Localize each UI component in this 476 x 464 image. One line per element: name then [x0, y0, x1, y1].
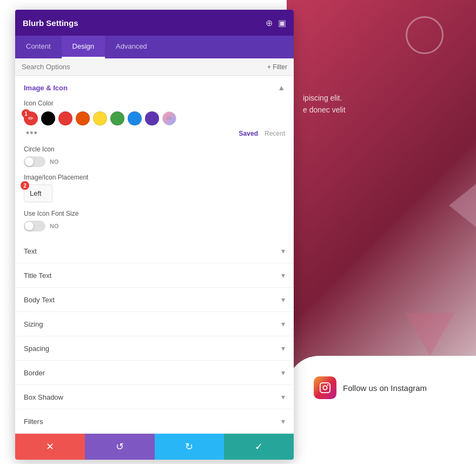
color-swatch-orange[interactable] — [76, 111, 90, 125]
image-icon-header[interactable]: Image & Icon ▲ — [24, 83, 285, 92]
more-dots-icon[interactable]: ••• — [26, 128, 38, 139]
save-icon: ✓ — [255, 441, 263, 453]
redo-icon: ↻ — [185, 441, 193, 453]
toggle-knob-2 — [25, 222, 34, 230]
color-swatch-red[interactable] — [58, 111, 72, 125]
icon-color-label: Icon Color — [24, 100, 285, 107]
color-swatch-blue[interactable] — [128, 111, 142, 125]
circle-icon-value: NO — [50, 158, 59, 165]
undo-icon: ↺ — [116, 441, 124, 453]
font-size-value: NO — [50, 223, 59, 229]
section-filters-label: Filters — [24, 417, 43, 426]
section-box-shadow[interactable]: Box Shadow ▾ — [15, 385, 294, 409]
circle-icon-toggle-container: NO — [24, 156, 285, 167]
bg-arrow-decoration — [449, 184, 476, 227]
color-gradient-swatch[interactable]: ✏ — [162, 111, 176, 125]
section-spacing-chevron: ▾ — [281, 344, 285, 353]
section-text[interactable]: Text ▾ — [15, 239, 294, 263]
cancel-button[interactable]: ✕ — [15, 434, 85, 460]
toggle-knob — [25, 157, 34, 166]
panel-title: Blurb Settings — [23, 18, 78, 28]
section-title-text[interactable]: Title Text ▾ — [15, 263, 294, 288]
bg-circle-decoration — [406, 16, 444, 54]
circle-icon-row: Circle Icon NO — [24, 145, 285, 167]
section-sizing[interactable]: Sizing ▾ — [15, 312, 294, 336]
instagram-label: Follow us on Instagram — [343, 383, 427, 393]
section-body-text-label: Body Text — [24, 296, 55, 304]
section-spacing-label: Spacing — [24, 344, 49, 353]
bg-triangle-decoration — [406, 313, 454, 356]
section-body-text[interactable]: Body Text ▾ — [15, 288, 294, 312]
font-size-toggle-container: NO — [24, 221, 285, 231]
instagram-icon — [314, 376, 336, 399]
bg-sample-text: ipiscing elit. e donec velit — [303, 92, 346, 116]
section-sizing-label: Sizing — [24, 320, 43, 328]
panel-header: Blurb Settings ⊕ ▣ — [15, 10, 294, 36]
placement-row: Image/Icon Placement 2 Left Right Top — [24, 174, 285, 202]
section-border-label: Border — [24, 369, 45, 377]
active-color-swatch[interactable]: 1 ✏ — [24, 111, 38, 125]
panel-body: Image & Icon ▲ Icon Color 1 ✏ — [15, 76, 294, 434]
image-icon-collapse-icon: ▲ — [277, 83, 285, 92]
redo-button[interactable]: ↻ — [155, 434, 224, 460]
font-size-toggle[interactable] — [24, 221, 45, 231]
section-title-text-label: Title Text — [24, 271, 51, 280]
search-bar: + Filter — [15, 58, 294, 76]
section-filters-chevron: ▾ — [281, 417, 285, 426]
section-spacing[interactable]: Spacing ▾ — [15, 336, 294, 361]
bg-white-section: Follow us on Instagram — [287, 356, 476, 464]
section-text-label: Text — [24, 247, 37, 255]
color-swatch-green[interactable] — [110, 111, 124, 125]
color-swatch-purple[interactable] — [145, 111, 159, 125]
filter-button[interactable]: + Filter — [267, 63, 287, 71]
tab-design[interactable]: Design — [62, 36, 105, 58]
background-area: ipiscing elit. e donec velit Follow us o… — [287, 0, 476, 464]
image-icon-title: Image & Icon — [24, 84, 68, 92]
color-swatch-row: 1 ✏ ✏ — [24, 111, 285, 125]
saved-recent-row: ••• Saved Recent — [24, 128, 285, 139]
save-button[interactable]: ✓ — [224, 434, 294, 460]
search-input[interactable] — [22, 63, 267, 71]
tab-advanced[interactable]: Advanced — [105, 36, 158, 58]
section-sizing-chevron: ▾ — [281, 320, 285, 328]
circle-icon-label: Circle Icon — [24, 145, 285, 153]
panel-header-icons: ⊕ ▣ — [266, 18, 286, 28]
saved-label[interactable]: Saved — [239, 130, 258, 137]
section-border[interactable]: Border ▾ — [15, 361, 294, 385]
layout-icon[interactable]: ▣ — [278, 18, 286, 28]
svg-point-1 — [323, 386, 327, 389]
font-size-label: Use Icon Font Size — [24, 210, 285, 217]
undo-button[interactable]: ↺ — [85, 434, 155, 460]
color-swatch-black[interactable] — [41, 111, 55, 125]
svg-point-2 — [327, 385, 329, 386]
section-body-text-chevron: ▾ — [281, 295, 285, 304]
badge-1: 1 — [22, 109, 30, 118]
placement-label: Image/Icon Placement — [24, 174, 285, 181]
section-filters[interactable]: Filters ▾ — [15, 409, 294, 434]
section-text-chevron: ▾ — [281, 247, 285, 255]
settings-icon[interactable]: ⊕ — [266, 18, 273, 28]
recent-label[interactable]: Recent — [265, 130, 285, 137]
image-icon-section: Image & Icon ▲ Icon Color 1 ✏ — [15, 76, 294, 239]
placement-select-wrapper: 2 Left Right Top — [24, 184, 52, 202]
section-box-shadow-chevron: ▾ — [281, 393, 285, 401]
cancel-icon: ✕ — [46, 441, 54, 453]
section-box-shadow-label: Box Shadow — [24, 393, 63, 401]
section-title-text-chevron: ▾ — [281, 271, 285, 280]
instagram-section: Follow us on Instagram — [314, 376, 427, 399]
svg-rect-0 — [320, 383, 330, 393]
panel-footer: ✕ ↺ ↻ ✓ — [15, 434, 294, 460]
badge-2: 2 — [21, 181, 29, 190]
color-swatch-yellow[interactable] — [93, 111, 107, 125]
blurb-settings-panel: Blurb Settings ⊕ ▣ Content Design Advanc… — [15, 10, 294, 460]
circle-icon-toggle[interactable] — [24, 156, 45, 167]
font-size-row: Use Icon Font Size NO — [24, 210, 285, 231]
section-border-chevron: ▾ — [281, 368, 285, 377]
tab-bar: Content Design Advanced — [15, 36, 294, 58]
tab-content[interactable]: Content — [15, 36, 62, 58]
